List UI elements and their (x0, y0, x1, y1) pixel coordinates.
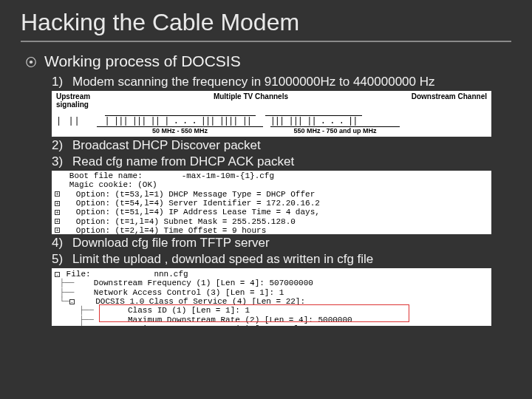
expand-icon: + (55, 201, 60, 206)
cfg-line: Network Access Control (3) [Len = 1]: 1 (74, 288, 284, 297)
low-band: 5-40 (56, 136, 69, 137)
dhcp-line: Option: (t=51,l=4) IP Address Lease Time… (61, 208, 320, 216)
figure-dhcp-packet: Boot file name: -max-1m-10m-{1}.cfg Magi… (52, 171, 491, 234)
step-5: 5) Limit the upload , download speed as … (52, 252, 511, 267)
dhcp-line: Boot file name: -max-1m-10m-{1}.cfg (55, 171, 488, 180)
subtitle-row: ⦿ Working process of DOCSIS (21, 52, 511, 72)
expand-icon: + (55, 219, 60, 224)
upstream-label: Upstream (56, 92, 90, 100)
cfg-line: Maximum Upstream Rate (3) [Len = 4]: 100… (94, 324, 343, 326)
step-2: 2) Broadcast DHCP Discover packet (52, 138, 511, 153)
subtitle: Working process of DOCSIS (44, 52, 241, 70)
step-4: 4) Download cfg file from TFTP server (52, 236, 511, 250)
step-number: 2) (52, 138, 68, 153)
range-2: 550 MHz - 750 and up MHz (270, 126, 400, 134)
step-text: Read cfg name from DHCP ACK packet (72, 154, 294, 169)
expand-icon: + (55, 210, 60, 215)
page-title: Hacking the Cable Modem (21, 9, 511, 42)
cfg-line: Class ID (1) [Len = 1]: 1 (94, 306, 250, 315)
multiple-label: Multiple TV Channels (214, 92, 288, 100)
expand-icon: + (55, 191, 60, 197)
cfg-line: DOCSIS 1.0 Class of Service (4) [Len = 2… (76, 297, 305, 306)
dhcp-line: Option: (t=1,l=4) Subnet Mask = 255.255.… (61, 217, 296, 226)
cfg-line: Downstream Frequency (1) [Len = 4]: 5070… (74, 279, 313, 287)
cfg-line: File: nnn.cfg (61, 270, 188, 279)
step-list: 1) Modem scanning the frequency in 91000… (21, 75, 511, 89)
slide: Hacking the Cable Modem ⦿ Working proces… (0, 0, 532, 399)
step-list-2: 2) Broadcast DHCP Discover packet 3) Rea… (21, 138, 511, 169)
dhcp-line: Option: (t=54,l=4) Server Identifier = 1… (61, 199, 320, 208)
step-number: 3) (52, 154, 68, 169)
dhcp-line: Option: (t=53,l=1) DHCP Message Type = D… (61, 190, 315, 199)
signaling-label: signaling (56, 100, 487, 109)
expand-icon: + (55, 228, 60, 233)
step-text: Limit the upload , download speed as wri… (72, 252, 373, 267)
step-1: 1) Modem scanning the frequency in 91000… (52, 75, 511, 89)
step-text: Modem scanning the frequency in 91000000… (72, 75, 435, 89)
step-text: Download cfg file from TFTP server (72, 236, 270, 250)
spectrum-bars: | || | ||| ||| || | . . . ||| |||| || ||… (56, 110, 487, 126)
step-number: 5) (52, 252, 68, 267)
bullet-icon: ⦿ (25, 54, 37, 72)
dhcp-line: Magic cookie: (OK) (55, 180, 488, 189)
step-3: 3) Read cfg name from DHCP ACK packet (52, 154, 511, 169)
range-1: 50 MHz - 550 MHz (97, 126, 263, 134)
dhcp-line: Option: (t=2,l=4) Time Offset = 9 hours (61, 226, 266, 234)
step-number: 4) (52, 236, 68, 250)
cfg-line: Maximum Downstream Rate (2) [Len = 4]: 5… (94, 316, 352, 324)
step-number: 1) (52, 75, 68, 89)
step-list-3: 4) Download cfg file from TFTP server 5)… (21, 236, 511, 267)
step-text: Broadcast DHCP Discover packet (72, 138, 261, 153)
downstream-label: Downstream Channel (412, 92, 487, 100)
figure-cfg-file: - File: nnn.cfg ├── Downstream Frequency… (52, 268, 491, 326)
collapse-icon: - (55, 272, 60, 277)
figure-spectrum: Upstream Multiple TV Channels Downstream… (52, 91, 491, 137)
collapse-icon: - (69, 299, 75, 304)
